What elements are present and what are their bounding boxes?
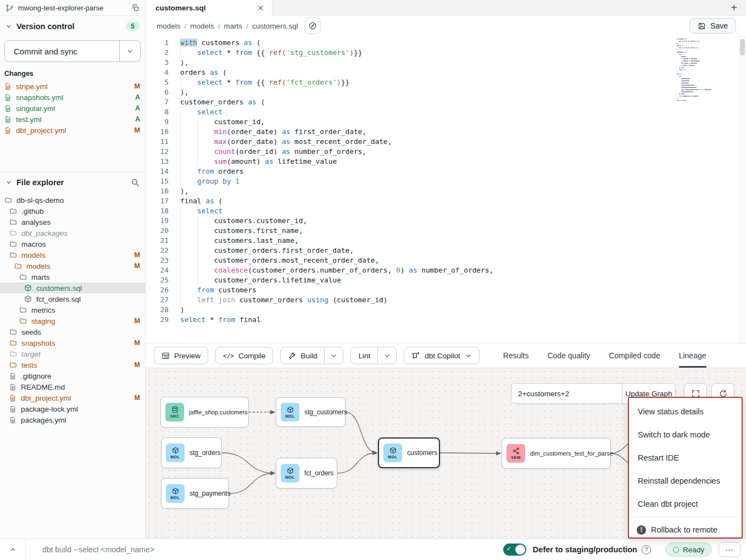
command-input[interactable] [26,545,503,554]
tree-item-.gitignore[interactable]: .gitignore [0,370,145,381]
tree-item-models[interactable]: modelsM [0,249,145,260]
breadcrumb-segment[interactable]: customers.sql [252,22,298,30]
change-row-snapshots.yml[interactable]: snapshots.ymlA [0,92,145,103]
change-row-singular.yml[interactable]: singular.ymlA [0,103,145,114]
lineage-node-stg_payments[interactable]: MDLstg_payments [161,478,229,509]
tree-item-label: marts [31,273,140,281]
close-tab-icon[interactable] [257,4,264,12]
panel-tab-code-quality[interactable]: Code quality [547,343,590,368]
tree-item-label: .gitignore [21,372,140,380]
change-row-stripe.yml[interactable]: stripe.ymlM [0,81,145,92]
lineage-node-dim_customers_test_for_parse[interactable]: SEMdim_customers_test_for_parse [502,438,611,469]
tree-item-fct_orders.sql[interactable]: fct_orders.sql [0,293,145,304]
tab-customers-sql[interactable]: customers.sql [146,0,272,16]
model-icon [24,295,32,303]
ready-status-badge[interactable]: Ready [665,542,712,557]
tree-item-analyses[interactable]: analyses [0,217,145,228]
tree-item-models[interactable]: modelsM [0,260,145,271]
status-circle-icon [673,547,679,553]
copy-branch-icon[interactable] [131,4,140,12]
menu-item-clean-dbt-project[interactable]: Clean dbt project [629,492,742,515]
menu-item-switch-to-dark-mode[interactable]: Switch to dark mode [629,423,742,446]
node-label: stg_payments [190,490,231,497]
more-options-button[interactable]: ... [719,542,741,557]
lineage-node-jaffle_shop.customers[interactable]: SRCjaffle_shop.customers [160,397,249,428]
tree-item-customers.sql[interactable]: customers.sql [0,282,145,293]
tree-item-seeds[interactable]: seeds [0,326,145,337]
line-number: 7 [146,97,169,107]
tree-item-label: analyses [21,218,140,226]
lineage-node-fct_orders[interactable]: MDLfct_orders [276,458,337,489]
change-row-dbt_project.yml[interactable]: dbt_project.ymlM [0,125,145,136]
breadcrumb-segment[interactable]: marts [224,22,243,30]
commit-options-chevron[interactable] [119,41,140,62]
lineage-node-stg_orders[interactable]: MDLstg_orders [161,437,222,468]
menu-item-rollback-to-remote[interactable]: ! Rollback to remote [629,518,742,541]
change-row-test.yml[interactable]: test.ymlA [0,114,145,125]
tree-status-flag: M [135,317,140,325]
search-icon[interactable] [131,178,140,187]
tree-item-staging[interactable]: stagingM [0,315,145,326]
menu-item-view-status-details[interactable]: View status details [629,400,742,423]
file-tree: db-sl-qs-demo.githubanalysesdbt_packages… [0,191,145,425]
defer-toggle[interactable]: ✓ [503,544,526,556]
editor-minimap[interactable] [677,38,720,102]
file-explorer-header[interactable]: File explorer [0,173,145,191]
tree-item-target[interactable]: target [0,348,145,359]
menu-item-restart-ide[interactable]: Restart IDE [629,446,742,469]
code-line: 18select [146,206,746,216]
menu-separator [629,517,742,517]
panel-tab-results[interactable]: Results [503,343,529,368]
tree-item-snapshots[interactable]: snapshotsM [0,337,145,348]
tree-item-label: metrics [31,306,140,314]
editor-scrollbar[interactable] [739,36,746,343]
new-tab-button[interactable]: + [731,2,737,14]
scrollbar-thumb[interactable] [740,39,745,56]
panel-tab-compiled-code[interactable]: Compiled code [609,343,660,368]
build-options-chevron[interactable] [325,347,343,364]
tree-item-dbt_project.yml[interactable]: dbt_project.ymlM [0,392,145,403]
edge-customers-to-dim_customers_test_for_parse [440,453,500,453]
tree-item-.github[interactable]: .github [0,206,145,217]
tree-item-macros[interactable]: macros [0,239,145,249]
tree-item-dbt_packages[interactable]: dbt_packages [0,228,145,239]
tree-item-tests[interactable]: testsM [0,359,145,370]
locate-file-icon[interactable] [304,18,321,34]
build-button[interactable]: Build [281,347,324,364]
dbt-copilot-button[interactable]: dbt Copilot [404,347,480,364]
breadcrumb-segment[interactable]: models [190,22,214,30]
lint-options-chevron[interactable] [378,347,396,364]
tree-item-db-sl-qs-demo[interactable]: db-sl-qs-demo [0,195,145,206]
node-label: stg_customers [304,408,347,416]
menu-item-reinstall-dependencies[interactable]: Reinstall dependencies [629,469,742,492]
tree-item-README.md[interactable]: README.md [0,381,145,392]
code-text: customer_orders.most_recent_order_date, [169,256,379,265]
lineage-selector-input[interactable] [511,384,622,403]
tree-item-metrics[interactable]: metrics [0,304,145,315]
changes-title: Changes [0,62,145,81]
lineage-node-customers[interactable]: MDLcustomers [378,437,440,468]
line-number: 1 [146,38,169,48]
minimap-line [677,65,720,66]
tree-item-marts[interactable]: marts [0,271,145,282]
tree-item-label: fct_orders.sql [36,295,140,303]
version-control-header[interactable]: Version control 5 [0,16,145,36]
line-number: 19 [146,216,169,226]
save-button[interactable]: Save [689,18,736,34]
breadcrumb-segment[interactable]: models [157,22,181,30]
change-status-flag: A [135,93,140,101]
code-line: 12count(order_id) as number_of_orders, [146,147,746,157]
compile-button[interactable]: </> Compile [215,347,273,364]
help-icon[interactable]: ? [642,545,651,555]
tree-item-package-lock.yml[interactable]: package-lock.yml [0,403,145,414]
code-line: 16), [146,186,746,196]
lint-button[interactable]: Lint [351,347,377,364]
panel-tab-lineage[interactable]: Lineage [679,343,706,368]
commit-and-sync-button[interactable]: Commit and sync [5,41,119,62]
tree-item-packages.yml[interactable]: packages.yml [0,414,145,425]
code-editor[interactable]: 1with customers as (2select * from {{ re… [146,36,746,343]
lineage-node-stg_customers[interactable]: MDLstg_customers [276,397,346,427]
expand-command-bar-icon[interactable] [0,546,25,553]
preview-button[interactable]: Preview [154,347,208,364]
folder-icon [19,317,27,325]
